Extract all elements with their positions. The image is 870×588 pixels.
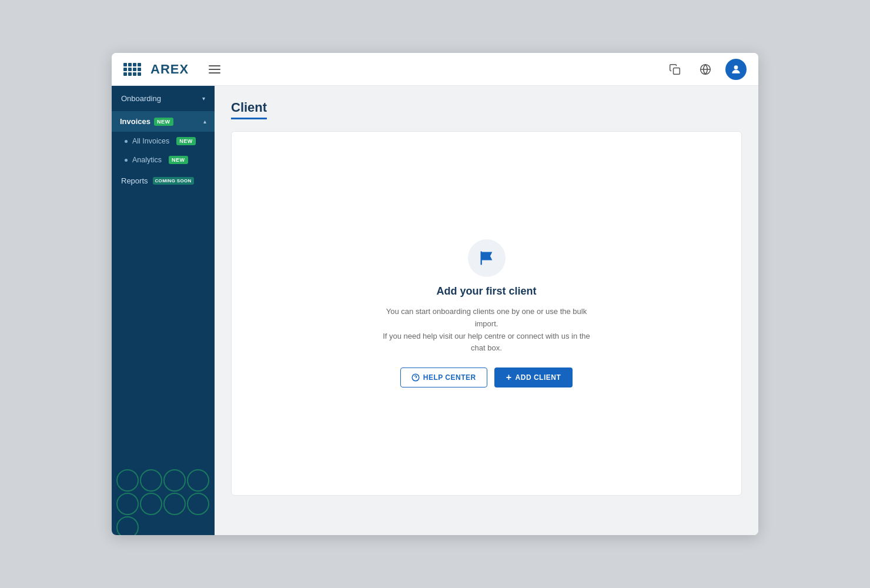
empty-state: Add your first client You can start onbo…: [375, 239, 598, 387]
svg-rect-0: [674, 68, 680, 74]
decor-circle: [163, 469, 186, 492]
invoices-label: Invoices: [120, 117, 150, 126]
page-title-area: Client: [231, 100, 742, 119]
empty-state-line2: If you need help visit our help centre o…: [383, 332, 590, 353]
decor-circle: [187, 469, 209, 492]
sidebar: Onboarding ▾ Invoices NEW ▴ All Invoices…: [112, 86, 215, 535]
flag-icon-circle: [468, 239, 506, 277]
page-title: Client: [231, 100, 267, 119]
app-window: AREX: [112, 53, 758, 535]
sidebar-decor: [112, 465, 215, 535]
decor-circle: [116, 493, 139, 515]
add-client-label: ADD CLIENT: [516, 373, 561, 382]
content-card: Add your first client You can start onbo…: [231, 131, 742, 496]
empty-state-description: You can start onboarding clients one by …: [375, 306, 598, 355]
question-icon: [411, 373, 420, 382]
avatar-button[interactable]: [725, 59, 747, 80]
sidebar-item-analytics[interactable]: Analytics NEW: [112, 151, 215, 169]
empty-state-line1: You can start onboarding clients one by …: [386, 307, 587, 328]
decor-circle: [116, 516, 139, 535]
sidebar-item-onboarding[interactable]: Onboarding ▾: [112, 86, 215, 111]
copy-button[interactable]: [664, 59, 685, 80]
decor-circle: [116, 469, 139, 492]
svg-point-3: [734, 65, 738, 69]
main-content: Client Add your first client You can sta…: [215, 86, 758, 535]
invoices-label-group: Invoices NEW: [120, 117, 173, 126]
copy-icon: [669, 64, 681, 75]
reports-badge: COMING SOON: [153, 177, 194, 185]
bullet-dot: [125, 159, 128, 162]
decor-circle: [140, 469, 162, 492]
top-nav-right: [664, 59, 747, 80]
bullet-dot: [125, 140, 128, 143]
decor-circle: [140, 493, 162, 515]
empty-state-title: Add your first client: [436, 285, 536, 298]
logo-area: AREX: [123, 62, 220, 77]
chevron-down-icon: ▾: [202, 95, 205, 102]
top-nav: AREX: [112, 53, 758, 86]
hamburger-icon[interactable]: [209, 65, 220, 74]
all-invoices-label: All Invoices: [132, 137, 169, 145]
empty-state-actions: HELP CENTER + ADD CLIENT: [400, 368, 573, 387]
analytics-badge: NEW: [169, 156, 188, 164]
sidebar-item-invoices[interactable]: Invoices NEW ▴: [112, 111, 215, 132]
plus-icon: +: [506, 373, 512, 382]
invoices-badge: NEW: [154, 118, 173, 126]
decor-circle: [187, 493, 209, 515]
help-center-button[interactable]: HELP CENTER: [400, 368, 487, 387]
logo: AREX: [150, 62, 189, 77]
all-invoices-badge: NEW: [176, 137, 196, 145]
decor-circle: [163, 493, 186, 515]
globe-button[interactable]: [695, 59, 716, 80]
user-icon: [730, 64, 742, 75]
add-client-button[interactable]: + ADD CLIENT: [494, 368, 573, 387]
globe-icon: [700, 64, 711, 75]
sidebar-onboarding-label: Onboarding: [121, 94, 161, 103]
analytics-label: Analytics: [132, 156, 162, 164]
reports-label: Reports: [121, 176, 148, 185]
help-button-label: HELP CENTER: [423, 373, 476, 382]
sidebar-item-all-invoices[interactable]: All Invoices NEW: [112, 132, 215, 151]
chevron-up-icon: ▴: [203, 118, 206, 125]
flag-icon: [478, 250, 495, 266]
sidebar-item-reports[interactable]: Reports COMING SOON: [112, 169, 215, 192]
logo-dots: [123, 63, 141, 76]
app-body: Onboarding ▾ Invoices NEW ▴ All Invoices…: [112, 86, 758, 535]
